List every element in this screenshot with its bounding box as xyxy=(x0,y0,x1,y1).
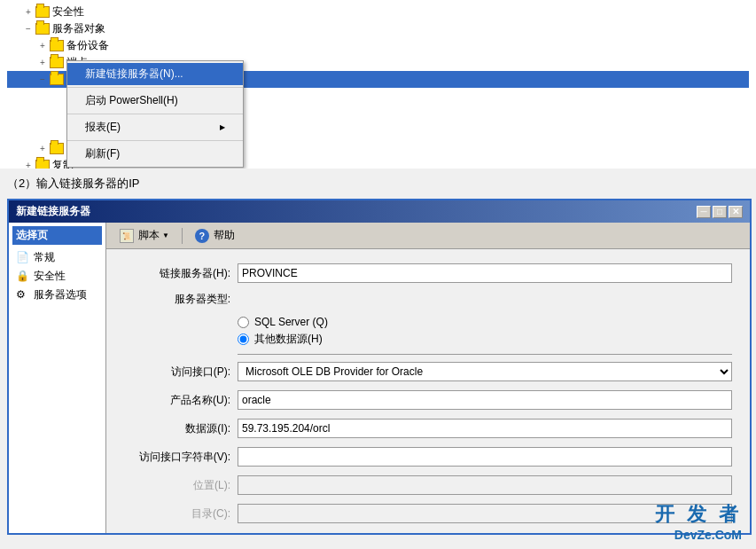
folder-icon xyxy=(35,6,50,18)
watermark: 开 发 者 DevZe.CoM xyxy=(655,501,742,542)
tree-item-server-objects[interactable]: − 服务器对象 xyxy=(7,20,749,37)
dropdown-arrow-icon: ▼ xyxy=(162,231,169,239)
toolbar-separator xyxy=(182,228,183,244)
tree-item-label: 备份设备 xyxy=(66,38,109,53)
menu-separator xyxy=(67,87,243,88)
options-icon: ⚙ xyxy=(16,288,30,302)
location-label: 位置(L): xyxy=(124,478,230,493)
general-icon: 📄 xyxy=(16,251,30,265)
folder-icon xyxy=(35,23,50,35)
catalog-label: 目录(C): xyxy=(124,506,230,522)
provider-string-row: 访问接口字符串(V): xyxy=(124,447,732,467)
product-label: 产品名称(U): xyxy=(124,393,230,408)
expand-icon: − xyxy=(21,22,35,36)
provider-select[interactable]: Microsoft OLE DB Provider for Oracle xyxy=(238,362,732,381)
submenu-arrow-icon: ▶ xyxy=(220,123,225,131)
folder-icon xyxy=(50,143,64,154)
tree-item-security[interactable]: + 安全性 xyxy=(7,4,749,20)
menu-item-refresh[interactable]: 刷新(F) xyxy=(67,143,243,165)
script-icon: 📜 xyxy=(120,229,134,243)
script-button[interactable]: 📜 脚本 ▼ xyxy=(113,225,175,246)
dialog-controls: ─ □ ✕ xyxy=(697,206,743,218)
sql-server-label[interactable]: SQL Server (Q) xyxy=(254,316,328,328)
folder-icon xyxy=(50,40,64,51)
menu-item-launch-powershell[interactable]: 启动 PowerShell(H) xyxy=(67,90,243,112)
tree-item-backup[interactable]: + 备份设备 xyxy=(7,37,749,54)
dialog-body: 选择页 📄 常规 🔒 安全性 ⚙ 服务器选项 📜 脚本 ▼ xyxy=(9,223,750,533)
provider-string-label: 访问接口字符串(V): xyxy=(124,450,230,465)
help-button[interactable]: ? 帮助 xyxy=(189,225,241,246)
other-source-label[interactable]: 其他数据源(H) xyxy=(254,332,323,347)
product-input[interactable] xyxy=(238,390,732,410)
menu-item-new-linked-server[interactable]: 新建链接服务器(N)... xyxy=(67,63,243,85)
linked-server-label: 链接服务器(H): xyxy=(124,266,230,281)
folder-icon xyxy=(35,160,50,169)
datasource-row: 数据源(I): xyxy=(124,419,732,438)
left-panel-item-server-options[interactable]: ⚙ 服务器选项 xyxy=(12,286,102,304)
expand-icon: + xyxy=(35,142,50,156)
close-button[interactable]: ✕ xyxy=(729,206,743,218)
security-icon: 🔒 xyxy=(16,270,30,284)
tree-area: + 安全性 − 服务器对象 + 备份设备 + 端点 − 链接服务器 新建链接服务… xyxy=(0,0,756,169)
right-panel: 📜 脚本 ▼ ? 帮助 链接服务器(H): 服务 xyxy=(106,223,750,533)
form-area: 链接服务器(H): 服务器类型: SQL Server (Q) 其他数据源(H) xyxy=(106,249,750,546)
new-linked-server-dialog: 新建链接服务器 ─ □ ✕ 选择页 📄 常规 🔒 安全性 ⚙ 服务器选项 xyxy=(7,199,752,535)
folder-icon xyxy=(50,57,64,68)
context-menu: 新建链接服务器(N)... 启动 PowerShell(H) 报表(E) ▶ 刷… xyxy=(66,60,244,168)
sql-server-radio[interactable] xyxy=(238,317,249,328)
folder-icon xyxy=(50,74,64,85)
menu-item-reports[interactable]: 报表(E) ▶ xyxy=(67,116,243,138)
tree-item-label: 安全性 xyxy=(52,4,84,20)
menu-separator xyxy=(67,140,243,141)
help-icon: ? xyxy=(195,229,209,243)
provider-row: 访问接口(P): Microsoft OLE DB Provider for O… xyxy=(124,362,732,381)
left-panel: 选择页 📄 常规 🔒 安全性 ⚙ 服务器选项 xyxy=(9,223,106,533)
linked-server-input[interactable] xyxy=(238,263,732,283)
toolbar: 📜 脚本 ▼ ? 帮助 xyxy=(106,223,750,249)
left-panel-title: 选择页 xyxy=(12,226,102,245)
left-panel-item-security[interactable]: 🔒 安全性 xyxy=(12,267,102,286)
left-panel-item-general[interactable]: 📄 常规 xyxy=(12,248,102,267)
expand-icon: − xyxy=(35,73,50,87)
server-type-label: 服务器类型: xyxy=(124,292,230,307)
server-type-row: 服务器类型: xyxy=(124,292,732,307)
provider-string-input[interactable] xyxy=(238,447,732,467)
datasource-input[interactable] xyxy=(238,419,732,438)
catalog-row: 目录(C): xyxy=(124,504,732,523)
other-source-radio[interactable] xyxy=(238,333,249,345)
datasource-label: 数据源(I): xyxy=(124,421,230,436)
expand-icon: + xyxy=(21,5,35,20)
location-input xyxy=(238,475,732,495)
expand-icon: + xyxy=(21,159,35,169)
linked-server-row: 链接服务器(H): xyxy=(124,263,732,283)
tree-item-label: 服务器对象 xyxy=(52,21,105,36)
dialog-title: 新建链接服务器 xyxy=(16,204,90,219)
expand-icon: + xyxy=(35,39,50,53)
instruction-text: （2）输入链接服务器的IP xyxy=(0,169,756,199)
other-source-radio-row: 其他数据源(H) xyxy=(238,332,732,347)
minimize-button[interactable]: ─ xyxy=(697,206,711,218)
location-row: 位置(L): xyxy=(124,475,732,495)
menu-separator xyxy=(67,114,243,114)
watermark-en: DevZe.CoM xyxy=(655,528,742,542)
section-divider xyxy=(238,354,732,355)
dialog-titlebar: 新建链接服务器 ─ □ ✕ xyxy=(9,200,750,223)
provider-label: 访问接口(P): xyxy=(124,365,230,380)
watermark-cn: 开 发 者 xyxy=(655,501,742,528)
product-row: 产品名称(U): xyxy=(124,390,732,410)
maximize-button[interactable]: □ xyxy=(713,206,727,218)
expand-icon: + xyxy=(35,56,50,70)
sql-server-radio-row: SQL Server (Q) xyxy=(238,316,732,328)
